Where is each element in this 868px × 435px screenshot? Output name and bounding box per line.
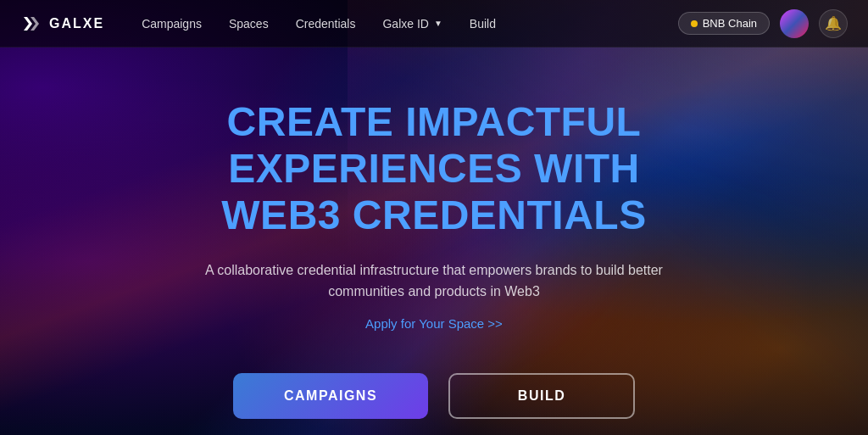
nav-link-spaces[interactable]: Spaces xyxy=(219,12,279,36)
apply-for-space-link[interactable]: Apply for Your Space >> xyxy=(365,316,503,331)
nav-right: BNB Chain 🔔 xyxy=(678,9,848,38)
nav-link-build[interactable]: Build xyxy=(459,12,506,36)
campaigns-button[interactable]: CAMPAIGNS xyxy=(233,373,428,419)
build-button[interactable]: BUILD xyxy=(448,373,635,419)
nav-link-galxeid[interactable]: Galxe ID ▼ xyxy=(372,12,452,36)
bnb-chain-icon xyxy=(691,20,698,27)
bnb-chain-button[interactable]: BNB Chain xyxy=(678,12,770,35)
nav-link-campaigns[interactable]: Campaigns xyxy=(131,12,212,36)
hero-title: CREATE IMPACTFUL EXPERIENCES WITH WEB3 C… xyxy=(86,98,782,239)
hero-subtitle: A collaborative credential infrastructur… xyxy=(180,259,688,303)
nav-links: Campaigns Spaces Credentials Galxe ID ▼ … xyxy=(131,12,678,36)
logo-text: GALXE xyxy=(49,16,104,31)
nav-link-credentials[interactable]: Credentials xyxy=(286,12,366,36)
logo[interactable]: GALXE xyxy=(20,12,104,36)
galxe-logo-icon xyxy=(20,12,44,36)
hero-title-line2: WEB3 CREDENTIALS xyxy=(221,192,646,237)
notification-bell-button[interactable]: 🔔 xyxy=(819,9,848,38)
chevron-down-icon: ▼ xyxy=(434,19,442,28)
hero-section: CREATE IMPACTFUL EXPERIENCES WITH WEB3 C… xyxy=(0,47,868,435)
navbar: GALXE Campaigns Spaces Credentials Galxe… xyxy=(0,0,868,47)
user-avatar-button[interactable] xyxy=(780,9,809,38)
bell-icon: 🔔 xyxy=(825,15,842,31)
bnb-chain-label: BNB Chain xyxy=(703,17,757,30)
hero-title-line1: CREATE IMPACTFUL EXPERIENCES WITH xyxy=(227,99,642,191)
hero-buttons: CAMPAIGNS BUILD xyxy=(233,373,635,419)
